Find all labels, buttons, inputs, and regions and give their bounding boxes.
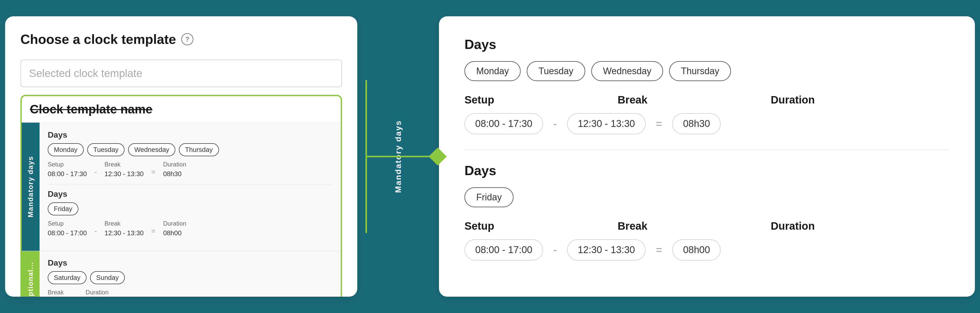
sep-1: -: [553, 118, 557, 130]
schedule-row-2: Setup 08:00 - 17:00 - Break 12:30 - 13:3…: [48, 220, 332, 237]
optional-duration-label: Duration: [86, 289, 109, 296]
schedule-values-2: 08:00 - 17:00 - 12:30 - 13:30 = 08h00: [465, 239, 950, 261]
right-divider: [465, 150, 950, 150]
right-day-wednesday[interactable]: Wednesday: [591, 61, 663, 81]
optional-content: Days Saturday Sunday Break 30 min Durati…: [40, 251, 341, 297]
right-day-tuesday[interactable]: Tuesday: [527, 61, 585, 81]
optional-break-label: Break: [48, 289, 68, 296]
duration-value-2: 08h00: [163, 229, 181, 237]
setup-value-1: 08:00 - 17:30: [48, 170, 87, 178]
days-label-1: Days: [48, 130, 332, 140]
duration-col-1: Duration 08h30: [163, 161, 186, 178]
optional-section: Optional... Days Saturday Sunday Break 3…: [22, 251, 341, 297]
duration-header-2: Duration: [771, 220, 815, 232]
right-days-label-2: Days: [465, 163, 950, 178]
duration-label-2: Duration: [163, 220, 186, 227]
sep-2: =: [656, 118, 662, 130]
dash-2: =: [151, 161, 156, 176]
sep-3: -: [553, 244, 557, 256]
right-break-value-2: 12:30 - 13:30: [567, 239, 646, 261]
day-saturday[interactable]: Saturday: [48, 271, 86, 284]
optional-sidebar-label: Optional...: [22, 251, 40, 297]
search-placeholder: Selected clock template: [29, 67, 142, 79]
break-value-1: 12:30 - 13:30: [105, 170, 144, 178]
schedule-headers-1: Setup Break Duration: [465, 94, 950, 106]
right-setup-value-1: 08:00 - 17:30: [465, 113, 543, 134]
duration-value-1: 08h30: [163, 170, 181, 178]
break-header-2: Break: [617, 220, 745, 232]
duration-label-1: Duration: [163, 161, 186, 168]
break-value-2: 12:30 - 13:30: [105, 229, 144, 237]
right-panel: Days Monday Tuesday Wednesday Thursday S…: [439, 16, 975, 297]
day-monday[interactable]: Monday: [48, 143, 84, 156]
right-duration-value-1: 08h30: [672, 113, 721, 134]
schedule-values-1: 08:00 - 17:30 - 12:30 - 13:30 = 08h30: [465, 113, 950, 134]
setup-col-1: Setup 08:00 - 17:30: [48, 161, 87, 178]
template-content: Days Monday Tuesday Wednesday Thursday S…: [40, 123, 341, 251]
section2: Days Friday Setup 08:00 - 17:00 - Break: [48, 190, 332, 237]
day-sunday[interactable]: Sunday: [90, 271, 125, 284]
days-label-2: Days: [48, 190, 332, 199]
setup-col-2: Setup 08:00 - 17:00: [48, 220, 87, 237]
setup-value-2: 08:00 - 17:00: [48, 229, 87, 237]
dash-3: -: [94, 220, 97, 235]
search-input-wrapper[interactable]: Selected clock template: [21, 60, 342, 87]
mandatory-sidebar-label: Mandatory days: [22, 123, 40, 251]
dash-1: -: [94, 161, 97, 176]
day-tuesday[interactable]: Tuesday: [87, 143, 125, 156]
dash-4: =: [151, 220, 156, 235]
duration-col-2: Duration 08h00: [163, 220, 186, 237]
schedule-row-1: Setup 08:00 - 17:30 - Break 12:30 - 13:3…: [48, 161, 332, 178]
days-pills-2: Friday: [48, 202, 332, 215]
template-name[interactable]: Clock template name: [22, 96, 341, 123]
duration-header-1: Duration: [771, 94, 815, 106]
right-days-label-1: Days: [465, 37, 950, 52]
arrow-bottom-line: [366, 156, 367, 233]
selection-box: Clock template name Mandatory days Days …: [21, 95, 342, 297]
panel-title: Choose a clock template ?: [21, 32, 342, 47]
right-day-monday[interactable]: Monday: [465, 61, 520, 81]
right-section-1: Days Monday Tuesday Wednesday Thursday S…: [465, 37, 950, 134]
right-setup-value-2: 08:00 - 17:00: [465, 239, 543, 261]
optional-days-pills: Saturday Sunday: [48, 271, 332, 284]
right-section-2: Days Friday Setup Break Duration 08:00 -…: [465, 163, 950, 261]
optional-days-label: Days: [48, 258, 332, 268]
right-day-thursday[interactable]: Thursday: [669, 61, 731, 81]
section1: Days Monday Tuesday Wednesday Thursday S…: [48, 130, 332, 178]
right-days-pills-2: Friday: [465, 187, 950, 207]
break-header-1: Break: [617, 94, 745, 106]
optional-duration-col: Duration 08h30: [86, 289, 109, 297]
sep-4: =: [656, 244, 662, 256]
break-label-2: Break: [105, 220, 144, 227]
setup-label-1: Setup: [48, 161, 87, 168]
mandatory-card: Mandatory days Days Monday Tuesday Wedne…: [22, 123, 341, 251]
day-thursday[interactable]: Thursday: [179, 143, 219, 156]
days-pills-1: Monday Tuesday Wednesday Thursday: [48, 143, 332, 156]
arrow-connector: Mandatory days: [357, 42, 439, 271]
right-day-friday[interactable]: Friday: [465, 187, 514, 207]
break-col-2: Break 12:30 - 13:30: [105, 220, 144, 237]
setup-header-2: Setup: [465, 220, 592, 232]
optional-schedule-row: Break 30 min Duration 08h30: [48, 289, 332, 297]
day-friday[interactable]: Friday: [48, 202, 78, 215]
right-days-pills-1: Monday Tuesday Wednesday Thursday: [465, 61, 950, 81]
setup-header-1: Setup: [465, 94, 592, 106]
arrow-line: [366, 156, 439, 157]
setup-label-2: Setup: [48, 220, 87, 227]
right-break-value-1: 12:30 - 13:30: [567, 113, 646, 134]
break-col-1: Break 12:30 - 13:30: [105, 161, 144, 178]
help-icon[interactable]: ?: [181, 33, 193, 45]
left-panel: Choose a clock template ? Selected clock…: [5, 16, 357, 297]
panel-title-text: Choose a clock template: [21, 32, 176, 47]
optional-break-col: Break 30 min: [48, 289, 68, 297]
break-label-1: Break: [105, 161, 144, 168]
main-container: Choose a clock template ? Selected clock…: [0, 0, 980, 313]
schedule-headers-2: Setup Break Duration: [465, 220, 950, 232]
arrow-top-line: [366, 80, 367, 156]
right-duration-value-2: 08h00: [672, 239, 721, 261]
day-wednesday[interactable]: Wednesday: [128, 143, 175, 156]
